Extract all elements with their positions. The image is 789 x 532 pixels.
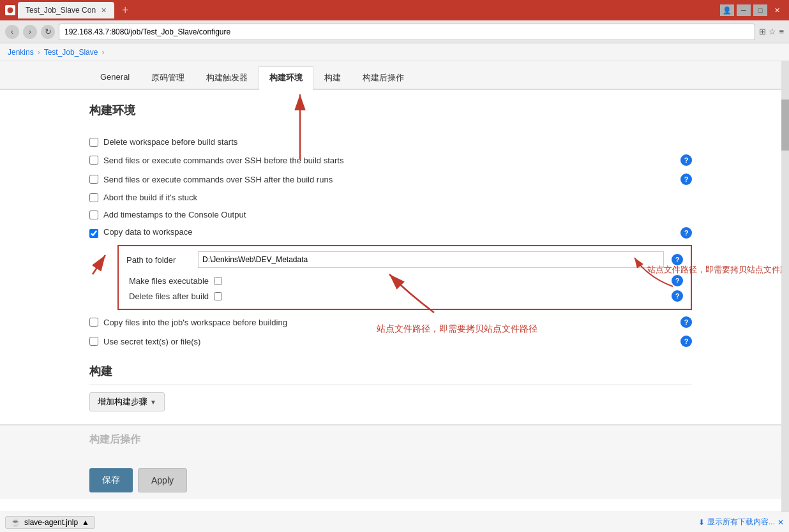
action-buttons: 保存 Apply	[0, 462, 781, 499]
opt7-label: Copy files into the job's workspace befo…	[103, 318, 675, 327]
tab-close-icon[interactable]: ✕	[101, 6, 107, 15]
config-content: 构建环境 Delete workspace before build start…	[0, 90, 781, 424]
bottom-bar: ☕ slave-agent.jnlp ▲ ⬇ 显示所有下载内容... ✕	[0, 512, 789, 532]
download-arrow-icon: ⬇	[698, 518, 705, 527]
opt4-label: Abort the build if it's stuck	[103, 193, 692, 202]
tab-post-build[interactable]: 构建后操作	[352, 66, 415, 89]
path-input[interactable]	[198, 251, 664, 268]
option-row-8: Use secret text(s) or file(s) ?	[89, 332, 692, 351]
tab-build-env[interactable]: 构建环境	[259, 66, 313, 90]
tab-build[interactable]: 构建	[313, 66, 352, 89]
make-executable-label: Make files executable	[129, 276, 209, 286]
delete-after-checkbox[interactable]	[214, 292, 222, 300]
option-row-4: Abort the build if it's stuck	[89, 189, 692, 206]
download-icon: ☕	[11, 518, 20, 527]
new-tab-button[interactable]: +	[117, 2, 134, 18]
opt2-label: Send files or execute commands over SSH …	[103, 156, 675, 165]
address-bar: ‹ › ↻ ⊞ ☆ ≡	[0, 20, 789, 43]
opt1-label: Delete workspace before build starts	[103, 137, 692, 147]
minimize-button[interactable]: ─	[737, 4, 751, 16]
title-bar: Test_Job_Slave Con ✕ + 👤 ─ □ ✕	[0, 0, 789, 20]
post-build-title: 构建后操作	[89, 433, 692, 447]
download-item[interactable]: ☕ slave-agent.jnlp ▲	[5, 516, 95, 529]
add-step-label: 增加构建步骤	[98, 396, 147, 408]
close-downloads-icon[interactable]: ✕	[778, 518, 784, 527]
option-row-2: Send files or execute commands over SSH …	[89, 151, 692, 170]
post-build-section: 构建后操作	[0, 424, 781, 462]
show-all-downloads[interactable]: ⬇ 显示所有下载内容... ✕	[698, 517, 784, 528]
option-row-3: Send files or execute commands over SSH …	[89, 170, 692, 189]
build-env-title: 构建环境	[89, 103, 692, 123]
opt3-label: Send files or execute commands over SSH …	[103, 175, 675, 184]
option-row-5: Add timestamps to the Console Output	[89, 206, 692, 223]
browser-tab[interactable]: Test_Job_Slave Con ✕	[18, 2, 114, 18]
svg-point-0	[7, 7, 13, 13]
opt8-label: Use secret text(s) or file(s)	[103, 337, 675, 346]
browser-icon	[5, 5, 15, 15]
window-controls: 👤 ─ □ ✕	[720, 4, 784, 16]
url-input[interactable]	[59, 24, 755, 40]
opt5-checkbox[interactable]	[89, 211, 98, 219]
opt7-help-icon[interactable]: ?	[680, 316, 692, 328]
path-help-icon[interactable]: ?	[672, 254, 683, 265]
tab-trigger[interactable]: 构建触发器	[195, 66, 259, 89]
path-row: Path to folder ?	[126, 251, 683, 268]
tab-general[interactable]: General	[89, 66, 140, 89]
translate-icon: ⊞	[759, 27, 766, 36]
show-all-label: 显示所有下载内容...	[707, 517, 775, 528]
opt1-checkbox[interactable]	[89, 138, 98, 147]
opt6-label: Copy data to workspace	[103, 227, 675, 237]
opt8-help-icon[interactable]: ?	[680, 336, 692, 347]
opt5-label: Add timestamps to the Console Output	[103, 210, 692, 219]
breadcrumb: Jenkins › Test_Job_Slave ›	[0, 43, 789, 61]
address-right-icons: ⊞ ☆ ≡	[759, 27, 784, 36]
option-row-6: Copy data to workspace ?	[89, 223, 692, 242]
delete-after-row: Delete files after build ?	[129, 288, 683, 304]
apply-button[interactable]: Apply	[138, 468, 187, 492]
make-executable-row: Make files executable ?	[129, 273, 683, 288]
breadcrumb-sep-2: ›	[101, 48, 104, 57]
scrollbar-thumb[interactable]	[781, 100, 789, 151]
menu-icon[interactable]: ≡	[779, 27, 784, 36]
make-executable-help-icon[interactable]: ?	[672, 275, 683, 286]
star-icon[interactable]: ☆	[769, 27, 776, 36]
breadcrumb-job[interactable]: Test_Job_Slave	[44, 48, 98, 57]
download-filename: slave-agent.jnlp	[24, 518, 78, 527]
delete-after-label: Delete files after build	[129, 292, 209, 301]
opt6-help-icon[interactable]: ?	[680, 227, 692, 239]
add-step-button[interactable]: 增加构建步骤 ▼	[89, 392, 165, 411]
back-button[interactable]: ‹	[5, 25, 19, 39]
opt3-help-icon[interactable]: ?	[680, 174, 692, 185]
tabs-bar: General 原码管理 构建触发器 构建环境 构建 构建后操作	[0, 61, 781, 90]
main-panel: General 原码管理 构建触发器 构建环境 构建 构建后操作 构建环境 De…	[0, 61, 781, 512]
delete-after-help-icon[interactable]: ?	[672, 290, 683, 302]
opt3-checkbox[interactable]	[89, 175, 98, 184]
dropdown-arrow-icon: ▼	[150, 399, 156, 406]
forward-button[interactable]: ›	[23, 25, 37, 39]
tab-source[interactable]: 原码管理	[140, 66, 195, 89]
opt7-checkbox[interactable]	[89, 318, 98, 327]
opt6-checkbox[interactable]	[89, 229, 98, 238]
tab-title: Test_Job_Slave Con	[26, 6, 96, 15]
scrollbar-track[interactable]	[781, 61, 789, 512]
opt4-checkbox[interactable]	[89, 193, 98, 202]
download-chevron-icon[interactable]: ▲	[82, 518, 89, 527]
opt2-help-icon[interactable]: ?	[680, 154, 692, 166]
copy-workspace-section: Path to folder ? Make files executable ?	[117, 245, 692, 310]
option-row-7: Copy files into the job's workspace befo…	[89, 313, 692, 332]
option-row-1: Delete workspace before build starts	[89, 133, 692, 151]
build-title: 构建	[89, 364, 692, 385]
breadcrumb-sep-1: ›	[38, 48, 40, 57]
save-button[interactable]: 保存	[89, 468, 133, 492]
path-label: Path to folder	[126, 255, 190, 265]
close-button[interactable]: ✕	[770, 4, 784, 16]
breadcrumb-jenkins[interactable]: Jenkins	[8, 48, 34, 57]
opt8-checkbox[interactable]	[89, 337, 98, 346]
maximize-button[interactable]: □	[753, 4, 767, 16]
refresh-button[interactable]: ↻	[41, 25, 55, 39]
user-icon: 👤	[720, 4, 734, 16]
opt2-checkbox[interactable]	[89, 156, 98, 165]
make-executable-checkbox[interactable]	[214, 277, 222, 285]
content-area: General 原码管理 构建触发器 构建环境 构建 构建后操作 构建环境 De…	[0, 61, 789, 512]
